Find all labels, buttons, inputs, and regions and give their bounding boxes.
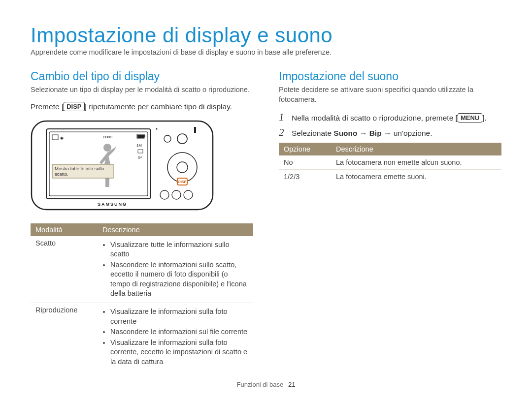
section-heading-sound: Impostazione del suono (279, 70, 501, 83)
list-item: Visualizzare le informazioni sulla foto … (110, 307, 248, 326)
th-option: Opzione (279, 143, 331, 155)
svg-point-12 (103, 144, 111, 152)
instr-pre: Premete [ (31, 102, 64, 111)
svg-rect-27 (194, 127, 196, 133)
step2-pre: Selezionate (292, 129, 333, 137)
svg-text:5ᵃ: 5ᵃ (138, 155, 142, 160)
svg-text:SAMSUNG: SAMSUNG (98, 202, 127, 207)
camera-svg: ◉ 00001 1M 5ᵃ (29, 118, 216, 213)
svg-text:00001: 00001 (103, 135, 113, 139)
desc-cell: Visualizzare le informazioni sulla foto … (98, 303, 253, 370)
manual-page: Impostazione di display e suono Apprende… (0, 0, 532, 401)
list-item: Visualizzare tutte le informazioni sullo… (110, 240, 248, 259)
display-modes-table: Modalità Descrizione Scatto Visualizzare… (31, 223, 253, 371)
svg-text:DISP: DISP (178, 180, 187, 184)
instr-post: ] ripetutamente per cambiare tipo di dis… (85, 102, 233, 111)
table-row: 1/2/3 La fotocamera emette suoni. (279, 170, 501, 184)
svg-text:1M: 1M (136, 143, 142, 148)
col-sound-settings: Impostazione del suono Potete decidere s… (279, 70, 501, 371)
list-item: Nascondere le informazioni sul file corr… (110, 327, 248, 337)
list-item: Visualizzare le informazioni sulla foto … (110, 338, 248, 367)
table-row: Scatto Visualizzare tutte le informazion… (31, 236, 253, 303)
step-number: 2 (279, 126, 287, 139)
section-heading-display: Cambio del tipo di display (31, 70, 253, 83)
instruction-press-disp: Premete [DISP] ripetutamente per cambiar… (31, 102, 253, 111)
desc-cell: La fotocamera non emette alcun suono. (331, 155, 501, 170)
th-desc: Descrizione (98, 223, 253, 236)
mode-cell: Riproduzione (31, 303, 98, 370)
disp-key-label: DISP (64, 102, 84, 111)
page-footer: Funzioni di base 21 (0, 381, 532, 388)
desc-cell: Visualizzare tutte le informazioni sullo… (98, 236, 253, 303)
desc-cell: La fotocamera emette suoni. (331, 170, 501, 184)
step-1-text: Nella modalità di scatto o riproduzione,… (292, 113, 487, 123)
two-column-layout: Cambio del tipo di display Selezionate u… (31, 70, 501, 371)
step2-bold: Suono → Bip (333, 129, 381, 137)
step-1: 1 Nella modalità di scatto o riproduzion… (279, 111, 501, 123)
opt-cell: 1/2/3 (279, 170, 331, 184)
table-row: No La fotocamera non emette alcun suono. (279, 155, 501, 170)
step2-post: → un'opzione. (382, 129, 432, 137)
th-desc: Descrizione (331, 143, 501, 155)
svg-rect-2 (49, 132, 148, 196)
step-2: 2 Selezionate Suono → Bip → un'opzione. (279, 126, 501, 139)
page-title: Impostazione di display e suono (31, 24, 501, 47)
svg-text:◉: ◉ (60, 136, 64, 140)
svg-point-26 (156, 128, 158, 129)
th-mode: Modalità (31, 223, 98, 236)
section-sub-sound: Potete decidere se attivare suoni specif… (279, 85, 501, 104)
opt-cell: No (279, 155, 331, 170)
svg-text:Mostra tutte le info sullo: Mostra tutte le info sullo (55, 166, 104, 171)
col-display-type: Cambio del tipo di display Selezionate u… (31, 70, 253, 371)
step1-post: ]. (482, 114, 487, 122)
svg-rect-8 (137, 135, 144, 138)
section-sub-display: Selezionate un tipo di display per le mo… (31, 85, 253, 95)
menu-key-label: MENU (458, 113, 482, 123)
table-row: Riproduzione Visualizzare le informazion… (31, 303, 253, 370)
step-number: 1 (279, 111, 287, 123)
camera-illustration: ◉ 00001 1M 5ᵃ (29, 118, 216, 215)
footer-section-label: Funzioni di base (237, 381, 284, 388)
step-2-text: Selezionate Suono → Bip → un'opzione. (292, 128, 432, 139)
sound-options-table: Opzione Descrizione No La fotocamera non… (279, 143, 501, 184)
svg-text:scatto.: scatto. (55, 171, 68, 177)
list-item: Nascondere le informazioni sullo scatto,… (110, 260, 248, 299)
svg-rect-7 (144, 135, 145, 137)
step1-pre: Nella modalità di scatto o riproduzione,… (292, 114, 458, 122)
mode-cell: Scatto (31, 236, 98, 303)
page-subtitle: Apprendete come modificare le impostazio… (31, 48, 501, 56)
footer-page-number: 21 (288, 381, 295, 388)
